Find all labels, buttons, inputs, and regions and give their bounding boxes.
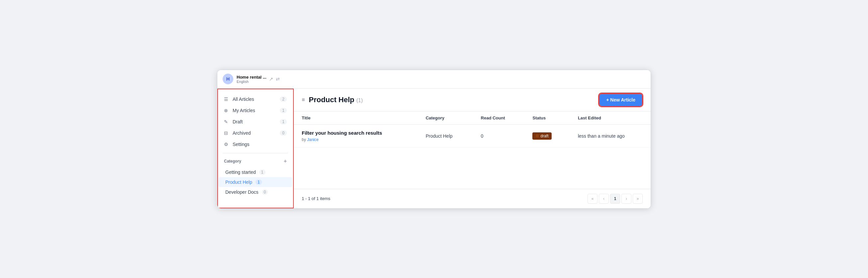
col-header-title: Title <box>294 111 418 125</box>
page-title-text: Product Help <box>309 96 354 104</box>
next-page-button[interactable]: › <box>621 194 631 204</box>
sidebar-nav: ☰ All Articles 2 ⊗ My Articles 1 ✎ Draft… <box>217 94 293 150</box>
app-window: H Home rental ... English ↗ ⇄ ☰ All Arti… <box>217 70 651 209</box>
workspace-avatar: H <box>223 74 233 84</box>
articles-table: Title Category Read Count Status Last Ed… <box>294 111 651 148</box>
menu-icon[interactable]: ≡ <box>302 97 305 103</box>
articles-table-container: Title Category Read Count Status Last Ed… <box>294 111 651 189</box>
sidebar-category-getting-started[interactable]: Getting started 1 <box>219 167 292 177</box>
workspace-language: English <box>237 80 267 83</box>
archived-icon: ⊟ <box>224 130 229 136</box>
cell-status: draft <box>524 125 569 147</box>
table-row[interactable]: Filter your housing search results by Ja… <box>294 125 651 147</box>
sidebar-label-my-articles: My Articles <box>232 108 277 113</box>
page-title-count: (1) <box>356 98 363 103</box>
sidebar-divider <box>223 153 288 153</box>
category-label-getting-started: Getting started <box>225 170 256 175</box>
col-header-category: Category <box>418 111 473 125</box>
sidebar-label-settings: Settings <box>232 142 287 147</box>
workspace-actions: ↗ ⇄ <box>269 76 280 81</box>
current-page-button[interactable]: 1 <box>610 194 620 204</box>
header-bar: H Home rental ... English ↗ ⇄ <box>217 70 651 89</box>
cell-category: Product Help <box>418 125 473 147</box>
author-name: Janice <box>307 137 319 142</box>
external-link-icon[interactable]: ↗ <box>269 76 273 81</box>
cell-last-edited: less than a minute ago <box>570 125 651 147</box>
sidebar-item-all-articles[interactable]: ☰ All Articles 2 <box>220 94 291 104</box>
sidebar-count-all-articles: 2 <box>280 97 287 102</box>
page-title: Product Help(1) <box>309 96 363 104</box>
article-title: Filter your housing search results <box>302 130 410 136</box>
category-label-product-help: Product Help <box>225 179 252 185</box>
next-page-icon: › <box>626 197 627 201</box>
col-header-status: Status <box>524 111 569 125</box>
cell-read-count: 0 <box>473 125 525 147</box>
content-header: ≡ Product Help(1) + New Article <box>294 89 651 111</box>
sidebar-category-developer-docs[interactable]: Developer Docs 0 <box>219 187 292 197</box>
col-header-last-edited: Last Edited <box>570 111 651 125</box>
sidebar-count-my-articles: 1 <box>280 108 287 113</box>
sidebar-item-draft[interactable]: ✎ Draft 1 <box>220 116 291 127</box>
article-author: by Janice <box>302 137 319 142</box>
sidebar: ☰ All Articles 2 ⊗ My Articles 1 ✎ Draft… <box>217 89 294 208</box>
pagination-info: 1 - 1 of 1 items <box>302 196 330 201</box>
table-header-row: Title Category Read Count Status Last Ed… <box>294 111 651 125</box>
draft-icon: ✎ <box>224 119 229 125</box>
category-count-getting-started: 1 <box>259 170 266 175</box>
category-section-label: Category <box>224 159 241 164</box>
add-category-button[interactable]: + <box>284 159 287 164</box>
col-header-read-count: Read Count <box>473 111 525 125</box>
main-layout: ☰ All Articles 2 ⊗ My Articles 1 ✎ Draft… <box>217 89 651 208</box>
category-count-developer-docs: 0 <box>262 189 268 195</box>
status-dot-icon <box>536 134 539 137</box>
settings-icon: ⚙ <box>224 142 229 147</box>
prev-page-button[interactable]: ‹ <box>599 194 609 204</box>
last-page-button[interactable]: » <box>633 194 643 204</box>
sidebar-label-draft: Draft <box>232 119 277 125</box>
first-page-button[interactable]: « <box>588 194 597 204</box>
sidebar-label-archived: Archived <box>232 130 277 136</box>
workspace-info: Home rental ... English <box>237 75 267 83</box>
new-article-button[interactable]: + New Article <box>599 93 643 106</box>
sidebar-count-draft: 1 <box>280 119 287 125</box>
category-label-developer-docs: Developer Docs <box>225 189 258 195</box>
category-section-header: Category + <box>217 157 293 166</box>
all-articles-icon: ☰ <box>224 97 229 102</box>
sidebar-count-archived: 0 <box>280 130 287 136</box>
sidebar-item-my-articles[interactable]: ⊗ My Articles 1 <box>220 105 291 116</box>
sidebar-item-settings[interactable]: ⚙ Settings <box>220 139 291 150</box>
content-area: ≡ Product Help(1) + New Article Title Ca… <box>294 89 651 208</box>
refresh-icon[interactable]: ⇄ <box>276 76 280 81</box>
status-label: draft <box>540 134 548 138</box>
prev-page-icon: ‹ <box>603 197 604 201</box>
category-count-product-help: 1 <box>255 179 262 185</box>
pagination-row: 1 - 1 of 1 items « ‹ 1 › » <box>294 189 651 208</box>
sidebar-item-archived[interactable]: ⊟ Archived 0 <box>220 128 291 138</box>
sidebar-label-all-articles: All Articles <box>232 97 277 102</box>
first-page-icon: « <box>591 197 594 201</box>
pagination-controls: « ‹ 1 › » <box>588 194 643 204</box>
status-badge: draft <box>532 132 552 140</box>
cell-title: Filter your housing search results by Ja… <box>294 125 418 147</box>
my-articles-icon: ⊗ <box>224 108 229 113</box>
workspace-name: Home rental ... <box>237 75 267 80</box>
sidebar-category-product-help[interactable]: Product Help 1 <box>219 177 292 187</box>
last-page-icon: » <box>637 197 639 201</box>
